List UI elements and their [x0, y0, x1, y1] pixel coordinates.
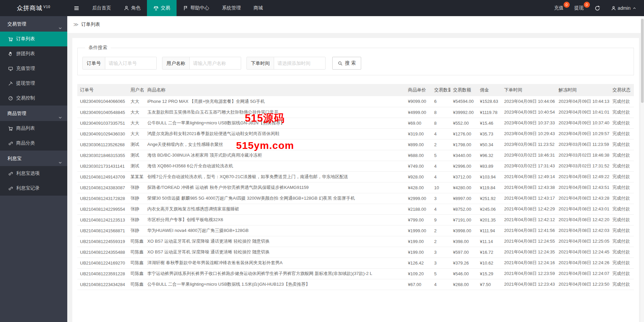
table-row[interactable]: UB2104081224169270司陈鑫洋湖轩榭 春秋季新款中老年男装连帽冲锋…: [77, 257, 634, 268]
cell-amount: ¥3440.00: [450, 150, 477, 161]
cell-commission: ¥7.50: [477, 279, 501, 290]
withdraw-button[interactable]: 提现 0: [569, 0, 589, 16]
sidebar: 交易管理订单列表拼团列表充值管理提现管理交易控制商品管理商品列表商品分类利息宝利…: [0, 16, 67, 322]
cell-username: 大大: [128, 118, 145, 128]
sidebar-item-group-list[interactable]: 拼团列表: [0, 46, 67, 61]
recharge-button[interactable]: 充值 0: [549, 0, 569, 16]
sidebar-item-product-list[interactable]: 商品列表: [0, 121, 67, 136]
table-row[interactable]: UB2303021731431141测试海信 XQB60-H3568 6公斤全自…: [77, 161, 634, 171]
sidebar-submenu-lixibao: 利息宝选项利息宝记录: [0, 166, 67, 196]
watermark-line1: 515源码: [245, 111, 285, 125]
sidebar-item-withdraw-mgmt[interactable]: 提现管理: [0, 76, 67, 91]
search-button[interactable]: 搜 索: [332, 57, 361, 70]
cell-unfreeze-time: 2021年04月08日 12:42:03: [556, 225, 610, 236]
app-logo-text: 众拼商城: [17, 4, 42, 12]
cell-product: 荣耀30 50倍远摄 麒麟985 5G 4000万超广角AI四摄 3200W美颜…: [145, 193, 405, 204]
cell-order-no: UB2304091037335751: [77, 118, 128, 128]
cell-order-time: 2021年04月08日 12:24:16: [501, 257, 556, 268]
cell-amount: ¥8997.00: [450, 193, 477, 204]
cell-username: 张静: [128, 193, 145, 204]
username-input[interactable]: [190, 57, 241, 69]
link-icon: [8, 141, 13, 146]
table-row[interactable]: UB2104081243383087张静探路者/TOREAD 冲锋裤 运动裤 秋…: [77, 182, 634, 193]
cell-status: 完成付款: [610, 171, 634, 182]
sidebar-group-product-mgmt[interactable]: 商品管理: [0, 106, 67, 121]
cell-order-no: UB2304091029436030: [77, 128, 128, 139]
main-nav: 后台首页角色交易帮助中心系统管理商城: [86, 0, 269, 16]
col-order-no: 订单号: [77, 84, 128, 96]
cell-quantity: 6: [431, 96, 450, 107]
cell-username: 某某某: [128, 171, 145, 182]
table-row[interactable]: UB2104081242123513张静市区积分用户专享】创维平板电视32X6¥…: [77, 214, 634, 225]
table-row[interactable]: UB2104081223591228司陈鑫李宁运动裤男训练系列长裤男子收口长裤跑…: [77, 268, 634, 279]
table-row[interactable]: UB2304091044066065大大iPhone 12 PRO MAX 【壳…: [77, 96, 634, 107]
sidebar-group-label: 利息宝: [7, 156, 22, 161]
table-row[interactable]: UB2104081249143709某某某创维7公斤全自动波轮洗衣机，型号：XQ…: [77, 171, 634, 182]
orders-table-wrap: 订单号用户名商品名称商品单价交易数量交易数额佣金下单时间解冻时间交易状态 UB2…: [77, 84, 634, 290]
cell-order-time: 2021年04月08日 12:24:35: [501, 247, 556, 257]
col-status: 交易状态: [610, 84, 634, 96]
cell-price: ¥4999.00: [405, 107, 431, 118]
table-row[interactable]: UB2104081223434284司陈鑫公牛BULL 二合一苹果lightin…: [77, 279, 634, 290]
chevron-down-icon: [58, 26, 63, 31]
table-row[interactable]: UB2304091040548845大大玉友新款和田玉笑佛吊坠白玉石玉器巧雕大肚…: [77, 107, 634, 118]
table-row[interactable]: UB2303061123526268测试Ange天使棉缎内衣，女士性感睡衣聚丝¥…: [77, 139, 634, 150]
sidebar-group-trade-mgmt[interactable]: 交易管理: [0, 16, 67, 32]
sidebar-item-product-category[interactable]: 商品分类: [0, 136, 67, 151]
table-row[interactable]: UB2104081224559319司陈鑫XO BS7 运动蓝牙耳机 深度降噪 …: [77, 236, 634, 247]
gavel-icon: [8, 81, 13, 86]
cell-username: 测试: [128, 139, 145, 150]
cell-price: ¥428.00: [405, 182, 431, 193]
cell-product: 华为HUAWEI nova4 4800万超广角三摄8GB+128GB: [145, 225, 405, 236]
order-no-input[interactable]: [105, 57, 156, 69]
cell-commission: ¥111.94: [477, 225, 501, 236]
cell-unfreeze-time: 2023年03月02日 18:46:38: [556, 150, 610, 161]
cell-amount: ¥546.00: [450, 268, 477, 279]
table-row[interactable]: UB2104081241568871张静华为HUAWEI nova4 4800万…: [77, 225, 634, 236]
table-row[interactable]: UB2304091037335751大大公牛BULL 二合一苹果lighting…: [77, 118, 634, 128]
cell-order-no: UB2104081223591228: [77, 268, 128, 279]
order-time-input[interactable]: [274, 57, 325, 69]
nav-item-home[interactable]: 后台首页: [86, 0, 117, 16]
hand-icon: [8, 51, 13, 56]
table-row[interactable]: UB2304091029436030大大鸿星尔克跑步鞋女鞋2021春季新款轻便透…: [77, 128, 634, 139]
col-unfreeze-time: 解冻时间: [556, 84, 610, 96]
cell-amount: ¥3712.00: [450, 171, 477, 182]
cell-commission: ¥83.89: [477, 161, 501, 171]
refresh-button[interactable]: [589, 0, 606, 16]
table-row[interactable]: UB2303021846315355测试海信 BD/BC-308NU/A 冰柜家…: [77, 150, 634, 161]
sidebar-toggle-button[interactable]: [67, 0, 86, 16]
sidebar-item-lixibao-records[interactable]: 利息宝记录: [0, 181, 67, 196]
sidebar-item-order-list[interactable]: 订单列表: [0, 32, 67, 46]
nav-item-trade[interactable]: 交易: [147, 0, 177, 16]
admin-menu[interactable]: admin: [606, 0, 642, 16]
cell-commission: ¥1528.63: [477, 96, 501, 107]
nav-item-role[interactable]: 角色: [117, 0, 147, 16]
cell-status: 完成付款: [610, 182, 634, 193]
sidebar-item-recharge-mgmt[interactable]: 充值管理: [0, 61, 67, 76]
page-scrollbar[interactable]: [641, 16, 644, 322]
nav-item-mall[interactable]: 商城: [247, 0, 269, 16]
cell-order-no: UB2303021731431141: [77, 161, 128, 171]
cell-quantity: 5: [431, 268, 450, 279]
sidebar-group-lixibao[interactable]: 利息宝: [0, 151, 67, 166]
cell-status: 完成付款: [610, 128, 634, 139]
table-row[interactable]: UB2104081243172828张静荣耀30 50倍远摄 麒麟985 5G …: [77, 193, 634, 204]
cell-unfreeze-time: 2021年04月08日 12:42:20: [556, 214, 610, 225]
scrollbar-thumb[interactable]: [641, 19, 644, 103]
cell-quantity: 4: [431, 128, 450, 139]
sidebar-item-trade-control[interactable]: 交易控制: [0, 91, 67, 106]
cell-quantity: 8: [431, 107, 450, 118]
table-row[interactable]: UB2104081242299554张静内衣女高开叉旗袍复古性感诱惑调情家居服睡…: [77, 204, 634, 214]
sidebar-item-lixibao-options[interactable]: 利息宝选项: [0, 166, 67, 181]
sidebar-item-label: 商品分类: [16, 140, 35, 146]
nav-item-system[interactable]: 系统管理: [216, 0, 247, 16]
cell-price: ¥2188.00: [405, 204, 431, 214]
cell-order-time: 2021年04月08日 12:43:17: [501, 193, 556, 204]
nav-item-help[interactable]: 帮助中心: [177, 0, 216, 16]
cell-order-time: 2023年03月02日 17:31:43: [501, 161, 556, 171]
col-product: 商品名称: [145, 84, 405, 96]
cell-amount: ¥3998.00: [450, 225, 477, 236]
hamburger-icon: [74, 5, 79, 11]
table-row[interactable]: UB2104081224355488司陈鑫XO BS7 运动蓝牙耳机 深度降噪 …: [77, 247, 634, 257]
